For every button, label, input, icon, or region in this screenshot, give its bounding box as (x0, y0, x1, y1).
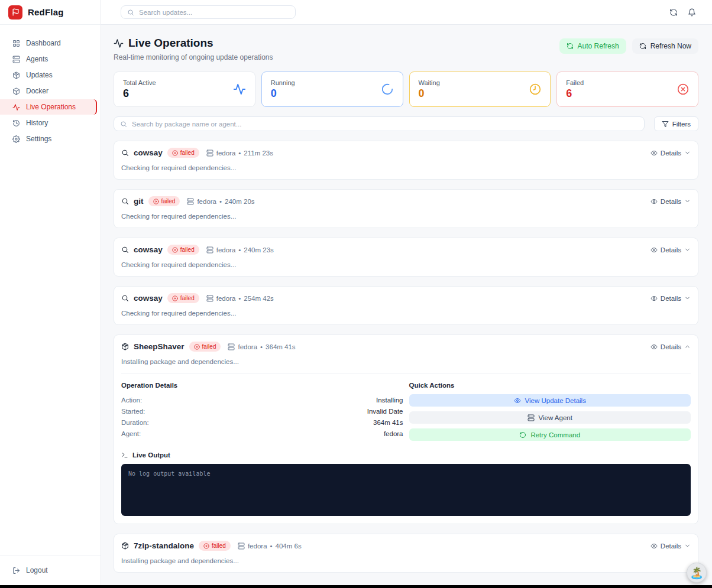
operation-details-heading: Operation Details (121, 382, 403, 389)
details-button[interactable]: Details (650, 295, 691, 302)
activity-icon (12, 103, 20, 111)
sidebar-nav: Dashboard Agents Updates Docker Live Ope… (0, 25, 101, 555)
stat-cards: Total Active 6 Running 0 Waiting 0 (114, 72, 698, 107)
auto-refresh-button[interactable]: Auto Refresh (559, 38, 626, 54)
stat-card-failed: Failed 6 (556, 72, 698, 107)
operation-card: cowsay failed fedora • 240m 23s Details (114, 238, 698, 277)
stat-card-running: Running 0 (261, 72, 403, 107)
bottom-edge-bar (0, 585, 712, 588)
logout-icon (12, 567, 20, 574)
search-icon (120, 121, 127, 128)
duration: 254m 42s (244, 295, 274, 302)
operation-name: cowsay (134, 294, 163, 303)
sidebar-item-label: Dashboard (26, 39, 61, 47)
sidebar-item-settings[interactable]: Settings (0, 131, 97, 147)
search-icon (121, 149, 129, 157)
operation-card: cowsay failed fedora • 211m 23s Details (114, 141, 698, 180)
activity-icon (114, 38, 124, 48)
operation-details-panel: Operation Details Action: Installing Sta… (121, 373, 691, 516)
meta-separator: • (238, 295, 241, 302)
stat-value: 6 (566, 87, 584, 100)
package-icon (12, 72, 20, 79)
operation-name: SheepShaver (134, 342, 185, 351)
global-search-input[interactable] (139, 9, 289, 16)
view-update-details-button[interactable]: View Update Details (409, 394, 691, 407)
sidebar-item-dashboard[interactable]: Dashboard (0, 35, 97, 51)
chevron-down-icon (684, 542, 691, 549)
terminal-icon (121, 451, 128, 459)
status-badge: failed (189, 342, 221, 352)
terminal-empty-text: No log output available (128, 470, 210, 477)
refresh-icon (567, 43, 574, 50)
operation-name: cowsay (134, 148, 163, 157)
live-output-terminal[interactable]: No log output available (121, 464, 691, 516)
global-search[interactable] (121, 5, 296, 19)
app-window: RedFlag Dashboard Agents Updates Docker … (0, 0, 712, 585)
logout-label: Logout (26, 566, 48, 574)
search-icon (121, 294, 129, 302)
dashboard-grid-icon (12, 40, 20, 47)
operation-card: git failed fedora • 240m 20s Details (114, 189, 698, 228)
eye-icon (650, 150, 658, 157)
server-icon (206, 150, 213, 157)
operation-message: Checking for required dependencies... (121, 261, 691, 268)
sidebar-item-live-operations[interactable]: Live Operations (0, 99, 97, 115)
operation-details-section: Operation Details Action: Installing Sta… (121, 382, 403, 446)
eye-icon (650, 246, 658, 254)
top-bar (101, 0, 712, 25)
detail-row: Duration: 364m 41s (121, 417, 403, 428)
server-icon (187, 198, 194, 205)
refresh-icon[interactable] (669, 8, 678, 17)
server-icon (206, 295, 213, 302)
brand-name: RedFlag (28, 7, 64, 17)
clock-icon (529, 83, 541, 95)
history-icon (12, 119, 20, 127)
status-badge: failed (167, 245, 199, 255)
agent-name: fedora (197, 198, 216, 205)
server-icon (228, 343, 235, 350)
agent-name: fedora (248, 542, 267, 550)
package-icon (121, 542, 129, 550)
search-icon (121, 246, 129, 254)
details-button[interactable]: Details (650, 150, 691, 157)
agent-name: fedora (216, 150, 236, 157)
refresh-now-button[interactable]: Refresh Now (632, 38, 698, 54)
retry-icon (519, 431, 526, 438)
details-button[interactable]: Details (650, 246, 691, 254)
details-button[interactable]: Details (650, 542, 691, 550)
sidebar-item-label: Updates (26, 71, 53, 79)
retry-command-button[interactable]: Retry Command (409, 428, 691, 441)
sidebar-item-docker[interactable]: Docker (0, 83, 97, 99)
box-icon (12, 87, 20, 95)
operation-card-expanded: SheepShaver failed fedora • 364m 41s Det… (114, 334, 698, 524)
operation-message: Installing package and dependencies... (121, 557, 691, 564)
refresh-icon (639, 43, 646, 50)
operations-search[interactable] (114, 116, 645, 131)
sidebar-footer: Logout (0, 555, 101, 585)
meta-separator: • (270, 542, 273, 550)
agent-name: fedora (216, 246, 236, 254)
chevron-down-icon (684, 246, 691, 253)
eye-icon (514, 397, 521, 404)
bell-icon[interactable] (688, 8, 696, 17)
meta-separator: • (219, 198, 222, 205)
sidebar-item-updates[interactable]: Updates (0, 67, 97, 83)
server-icon (12, 56, 20, 63)
activity-icon (233, 83, 246, 96)
view-agent-button[interactable]: View Agent (409, 411, 691, 424)
operations-search-input[interactable] (132, 121, 638, 128)
details-button[interactable]: Details (650, 198, 691, 205)
live-output-heading: Live Output (132, 451, 170, 459)
logout-button[interactable]: Logout (0, 563, 97, 578)
island-emoji-button[interactable]: 🏝️ (687, 563, 707, 583)
sidebar-item-agents[interactable]: Agents (0, 51, 97, 67)
detail-row: Agent: fedora (121, 428, 403, 439)
agent-name: fedora (238, 343, 257, 350)
server-icon (206, 246, 213, 254)
details-button[interactable]: Details (650, 343, 691, 350)
detail-row: Action: Installing (121, 394, 403, 405)
operation-name: cowsay (134, 245, 163, 254)
agent-name: fedora (216, 295, 236, 302)
filters-button[interactable]: Filters (654, 116, 698, 131)
sidebar-item-history[interactable]: History (0, 115, 97, 131)
